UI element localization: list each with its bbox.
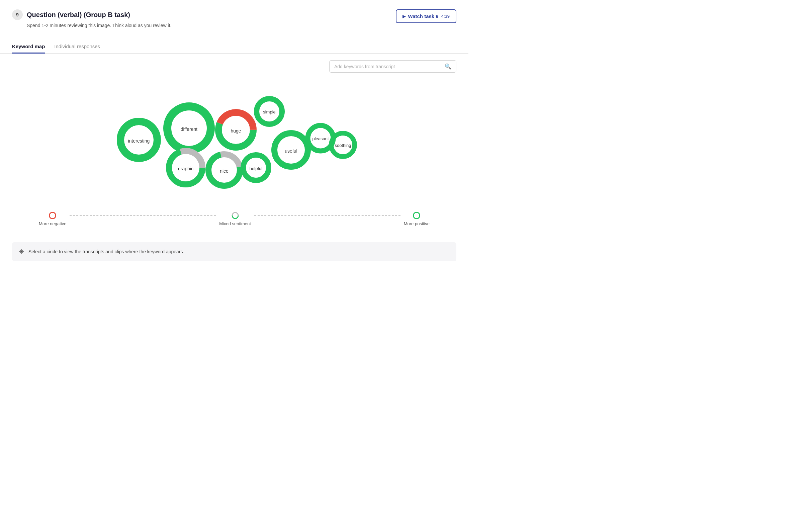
task-description: Spend 1-2 minutes reviewing this image. … xyxy=(12,23,171,28)
bubble-soothing-label[interactable]: soothing xyxy=(335,143,351,148)
bubble-useful-label[interactable]: useful xyxy=(285,148,297,153)
legend-positive-label: More positive xyxy=(404,221,430,226)
bubble-huge-label[interactable]: huge xyxy=(231,128,241,134)
legend-negative-dot xyxy=(49,212,56,219)
bubble-simple-label[interactable]: simple xyxy=(263,109,276,114)
tab-keyword-map[interactable]: Keyword map xyxy=(12,40,45,54)
search-input[interactable] xyxy=(334,64,443,69)
task-title: Question (verbal) (Group B task) xyxy=(27,11,130,19)
legend-line-right xyxy=(254,215,401,216)
legend-negative-label: More negative xyxy=(39,221,66,226)
bubble-different-label[interactable]: different xyxy=(181,126,197,132)
hint-text: Select a circle to view the transcripts … xyxy=(28,249,184,254)
legend-more-positive: More positive xyxy=(404,212,430,226)
watch-button-label: Watch task 9 xyxy=(408,13,439,19)
legend-positive-dot xyxy=(413,212,420,219)
watch-task-button[interactable]: ▶ Watch task 9 4:39 xyxy=(396,9,456,23)
search-bar-row: 🔍 xyxy=(12,60,456,73)
tabs: Keyword map Individual responses xyxy=(0,33,468,54)
hint-icon: ✳ xyxy=(19,248,24,256)
task-number: 9 xyxy=(12,9,23,20)
search-button[interactable]: 🔍 xyxy=(445,63,451,69)
title-row: 9 Question (verbal) (Group B task) xyxy=(12,9,171,20)
tab-individual-responses[interactable]: Individual responses xyxy=(54,40,100,54)
bubble-pleasant-label[interactable]: pleasant xyxy=(312,136,329,141)
bubble-nice-label[interactable]: nice xyxy=(220,168,229,174)
header-left: 9 Question (verbal) (Group B task) Spend… xyxy=(12,9,171,28)
bubble-graphic-label[interactable]: graphic xyxy=(178,166,193,171)
watch-button-time: 4:39 xyxy=(441,14,450,19)
keyword-map-svg: interesting different huge simple graphi… xyxy=(104,85,365,195)
legend-line-left xyxy=(69,215,216,216)
legend-mixed: Mixed sentiment xyxy=(219,212,251,226)
play-icon: ▶ xyxy=(403,14,406,19)
legend-mixed-icon xyxy=(232,212,239,219)
legend-more-negative: More negative xyxy=(39,212,66,226)
bubble-helpful-label[interactable]: helpful xyxy=(250,166,262,171)
legend-area: More negative Mixed sentiment More posit… xyxy=(12,205,456,233)
content-area: 🔍 interesting different huge simple grap… xyxy=(0,54,468,239)
legend-mixed-label: Mixed sentiment xyxy=(219,221,251,226)
footer-hint: ✳ Select a circle to view the transcript… xyxy=(12,242,456,261)
header: 9 Question (verbal) (Group B task) Spend… xyxy=(0,0,468,28)
search-input-wrapper: 🔍 xyxy=(329,60,456,73)
bubble-interesting-label[interactable]: interesting xyxy=(128,138,150,144)
bubble-area: interesting different huge simple graphi… xyxy=(12,78,456,202)
